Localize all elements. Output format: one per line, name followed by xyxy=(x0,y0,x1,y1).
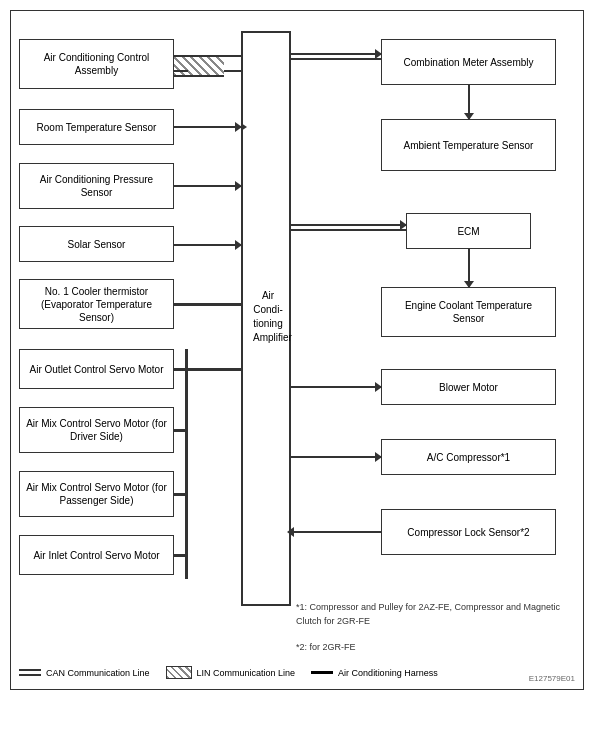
harness-legend-label: Air Conditioning Harness xyxy=(338,668,438,678)
center-to-blower xyxy=(291,386,381,388)
watermark: E127579E01 xyxy=(529,674,575,683)
air-mix-driver-box: Air Mix Control Servo Motor (for Driver … xyxy=(19,407,174,453)
ac-pressure-sensor-box: Air Conditioning Pressure Sensor xyxy=(19,163,174,209)
lock-sensor-arrow xyxy=(287,527,294,537)
can-legend-item: CAN Communication Line xyxy=(19,668,150,678)
footnote-2: *2: for 2GR-FE xyxy=(296,641,561,655)
footnote-1: *1: Compressor and Pulley for 2AZ-FE, Co… xyxy=(296,601,561,628)
cooler-thermistor-line xyxy=(174,303,241,306)
amplifier-label: Air Condi- tioning Amplifier xyxy=(253,289,283,345)
blower-motor-box: Blower Motor xyxy=(381,369,556,405)
page: Air Conditioning Control Assembly Room T… xyxy=(0,0,594,734)
servo-to-center xyxy=(187,368,241,371)
lin-left xyxy=(174,55,188,62)
can-line-icon xyxy=(19,669,41,676)
lock-sensor-to-center xyxy=(291,531,381,533)
diagram-container: Air Conditioning Control Assembly Room T… xyxy=(10,10,584,690)
can-legend-label: CAN Communication Line xyxy=(46,668,150,678)
combo-meter-arrow xyxy=(375,49,382,59)
outlet-servo-hline xyxy=(174,368,185,371)
solar-sensor-line xyxy=(174,244,241,246)
lin-right-top xyxy=(224,55,241,62)
combination-meter-box: Combination Meter Assembly xyxy=(381,39,556,85)
ecm-to-coolant-arrow xyxy=(464,281,474,288)
solar-sensor-box: Solar Sensor xyxy=(19,226,174,262)
lin-left-bottom xyxy=(174,70,188,72)
ac-compressor-box: A/C Compressor*1 xyxy=(381,439,556,475)
ecm-box: ECM xyxy=(406,213,531,249)
compressor-lock-sensor-box: Compressor Lock Sensor*2 xyxy=(381,509,556,555)
center-to-ecm xyxy=(291,224,406,231)
air-inlet-servo-box: Air Inlet Control Servo Motor xyxy=(19,535,174,575)
air-mix-passenger-box: Air Mix Control Servo Motor (for Passeng… xyxy=(19,471,174,517)
lin-line-icon xyxy=(166,666,192,679)
blower-arrow xyxy=(375,382,382,392)
ecm-arrow xyxy=(400,220,407,230)
compressor-arrow xyxy=(375,452,382,462)
ac-pressure-line xyxy=(174,185,241,187)
ambient-temp-sensor-box: Ambient Temperature Sensor xyxy=(381,119,556,171)
ac-pressure-arrow xyxy=(235,181,242,191)
inlet-hline xyxy=(174,554,185,557)
lin-legend-item: LIN Communication Line xyxy=(166,666,296,679)
cooler-thermistor-box: No. 1 Cooler thermistor (Evaporator Temp… xyxy=(19,279,174,329)
lin-legend-label: LIN Communication Line xyxy=(197,668,296,678)
center-to-compressor xyxy=(291,456,381,458)
room-temp-line xyxy=(174,126,241,128)
mix-passenger-hline xyxy=(174,493,185,496)
lin-right-bottom xyxy=(224,70,241,72)
air-outlet-servo-box: Air Outlet Control Servo Motor xyxy=(19,349,174,389)
engine-coolant-sensor-box: Engine Coolant Temperature Sensor xyxy=(381,287,556,337)
legend: CAN Communication Line LIN Communication… xyxy=(19,666,438,679)
solar-sensor-arrow xyxy=(235,240,242,250)
mix-driver-hline xyxy=(174,429,185,432)
servo-vline xyxy=(185,349,188,579)
room-temp-arrow xyxy=(235,122,242,132)
room-temp-sensor-box: Room Temperature Sensor xyxy=(19,109,174,145)
combo-to-ambient-arrow xyxy=(464,113,474,120)
ac-control-assembly-box: Air Conditioning Control Assembly xyxy=(19,39,174,89)
center-to-combo-meter xyxy=(291,53,381,60)
harness-legend-item: Air Conditioning Harness xyxy=(311,668,438,678)
harness-line-icon xyxy=(311,671,333,674)
